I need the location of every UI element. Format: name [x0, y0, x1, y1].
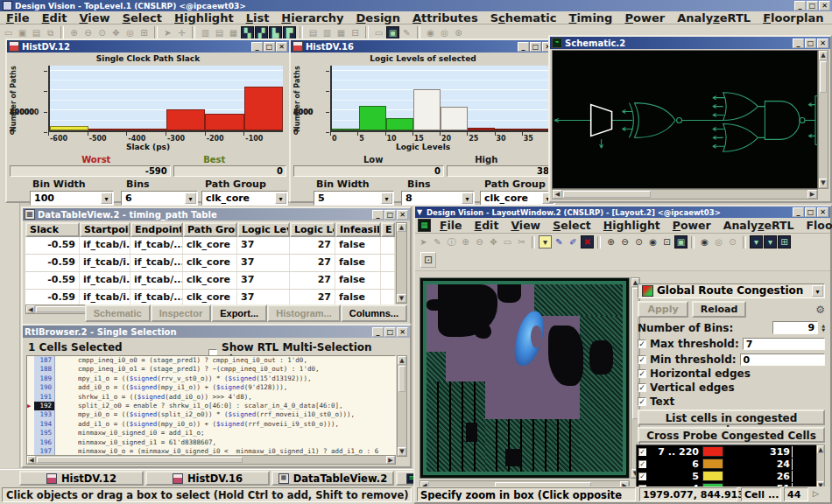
text-checkbox[interactable]: ✓: [638, 397, 646, 406]
column-header-endpoint-i[interactable]: Endpoint I: [130, 222, 183, 237]
rtl-horizontal-scrollbar[interactable]: ◀ ▶: [26, 455, 396, 465]
export--button[interactable]: Export...: [211, 304, 267, 322]
close-button[interactable]: ✕: [397, 327, 408, 337]
menu-power[interactable]: Power: [666, 219, 717, 232]
taskbar-tab-datatableview-2[interactable]: ▦DataTableView.2: [271, 471, 394, 486]
pan-icon[interactable]: ✥: [109, 26, 123, 39]
maximize-button[interactable]: □: [805, 38, 816, 48]
maximize-button[interactable]: □: [384, 327, 396, 337]
chevron-down-icon[interactable]: ▾: [101, 192, 112, 204]
menu-timing[interactable]: Timing: [563, 11, 619, 24]
main-titlebar[interactable]: Design Vision - TopLevel.1 (CNSLRP) <@ip…: [0, 0, 832, 11]
minimize-button[interactable]: _: [793, 207, 804, 217]
target-icon[interactable]: ◎: [123, 26, 137, 39]
histdv16-titlebar[interactable]: HistDV.16 _ □ ✕: [291, 40, 555, 52]
min-threshold-field[interactable]: 0: [740, 354, 825, 366]
minimize-button[interactable]: _: [793, 38, 804, 48]
zoom-out-icon[interactable]: ⊖: [81, 26, 95, 39]
code-line[interactable]: 194add_i1_o = (($signed(mpy_i0_o)) + ($s…: [27, 420, 395, 429]
color-swatch[interactable]: ▾: [539, 235, 552, 248]
zoom-full-icon[interactable]: ⊖: [618, 235, 631, 248]
select-icon[interactable]: ➤: [417, 235, 430, 248]
tab-windows-icon[interactable]: ▦: [227, 26, 240, 39]
new-table-window-icon[interactable]: ▛: [283, 26, 296, 39]
forward-icon[interactable]: ◎: [438, 26, 451, 39]
schematic2-titlebar[interactable]: ⌁ Schematic.2 _ □ ✕: [550, 37, 830, 49]
chevron-down-icon[interactable]: ▾: [381, 192, 392, 204]
list-icon[interactable]: ▥: [321, 26, 334, 39]
maximize-button[interactable]: □: [264, 42, 275, 52]
menu-analyzertl[interactable]: AnalyzeRTL: [717, 219, 800, 232]
menu-design[interactable]: Design: [350, 11, 406, 24]
best-value-field[interactable]: 0: [173, 165, 286, 177]
chevron-down-icon[interactable]: ▾: [185, 192, 196, 204]
worst-value-field[interactable]: -590: [10, 165, 171, 177]
probe-icon[interactable]: ◉: [698, 235, 711, 248]
minimize-button[interactable]: _: [518, 42, 529, 52]
legend-checkbox[interactable]: ✓: [638, 448, 646, 456]
console-icon[interactable]: ▭: [372, 26, 385, 39]
minimize-button[interactable]: _: [372, 327, 384, 337]
probe2-icon[interactable]: ◎: [712, 235, 725, 248]
apply-button[interactable]: Apply: [638, 301, 688, 318]
zoom-in-icon[interactable]: ⊕: [67, 26, 81, 39]
menu-highlight[interactable]: Highlight: [597, 219, 666, 232]
zoom-box-icon[interactable]: ⊡: [660, 235, 673, 248]
inspector-button[interactable]: Inspector: [151, 304, 212, 322]
minimize-button[interactable]: _: [794, 1, 806, 10]
print-icon[interactable]: ▤: [30, 26, 43, 39]
menu-power[interactable]: Power: [618, 11, 671, 24]
save-icon[interactable]: ▣: [16, 26, 29, 39]
legend-count[interactable]: 24: [727, 458, 793, 470]
column-header-logic-levi[interactable]: Logic Levi: [290, 222, 335, 237]
column-header-infeasible[interactable]: Infeasible: [335, 222, 381, 237]
bin-width-select[interactable]: 100▾: [30, 191, 114, 206]
close-button[interactable]: ✕: [397, 210, 408, 220]
chevron-down-icon[interactable]: ▾: [812, 285, 823, 297]
code-line[interactable]: 191shrkw_i1_o = (($signed(add_i0_o)) >>>…: [27, 393, 395, 402]
maximize-button[interactable]: □: [807, 1, 818, 10]
datatable-titlebar[interactable]: ▦ DataTableView.2 - timing_path Table _ …: [23, 208, 410, 220]
table-row[interactable]: -0.59if_tcab/i...if_tcab/...clk_core3727…: [25, 272, 395, 290]
gear-icon[interactable]: ⚙: [815, 304, 825, 316]
zoom-in-box-icon[interactable]: ⊡: [420, 252, 436, 268]
add-select-icon[interactable]: ✛: [175, 26, 188, 39]
table-row[interactable]: -0.59if_tcab/i...if_tcab/...clk_core3727…: [25, 255, 395, 272]
schematic-canvas[interactable]: [552, 50, 818, 189]
menu-view[interactable]: View: [74, 11, 116, 24]
layout-canvas[interactable]: [420, 277, 630, 479]
legend-checkbox[interactable]: ✓: [638, 472, 646, 480]
minimize-button[interactable]: _: [372, 210, 384, 220]
schematic-button[interactable]: Schematic: [85, 304, 151, 322]
menu-attributes[interactable]: Attributes: [406, 11, 484, 24]
pen-dark-icon[interactable]: ✐: [567, 235, 580, 248]
report-icon[interactable]: ▤: [307, 26, 320, 39]
map-mode-icon[interactable]: ▾: [750, 235, 763, 248]
zoom-fit-icon[interactable]: ⊙: [95, 26, 109, 39]
maximize-button[interactable]: □: [805, 207, 816, 217]
new-design-icon[interactable]: ▭: [2, 26, 15, 39]
menu-edit[interactable]: Edit: [36, 11, 74, 24]
map-mode-select[interactable]: Global Route Congestion ▾: [638, 284, 825, 298]
column-header-logic-levi[interactable]: Logic Levi: [237, 222, 290, 237]
code-line[interactable]: 195minmaxw_i0_signed_i0 = add_i1_o;: [27, 429, 395, 438]
layers-icon[interactable]: ⊞: [778, 235, 791, 248]
menu-list[interactable]: List: [240, 11, 276, 24]
code-line[interactable]: 196minmaxw_i0_signed_i1 = 61'd8388607,: [27, 438, 395, 447]
tile-windows-icon[interactable]: ▥: [199, 26, 212, 39]
legend-checkbox[interactable]: ✓: [638, 460, 646, 468]
select-tool-icon[interactable]: ➤: [161, 26, 174, 39]
zoom-sel-icon[interactable]: ⊕: [604, 235, 617, 248]
close-button[interactable]: ✕: [276, 42, 287, 52]
new-hist-window-icon[interactable]: ▚: [241, 26, 254, 39]
code-line[interactable]: 193mpy_i0_o = (($signed(split_i2_o0)) * …: [27, 410, 395, 419]
code-line[interactable]: 188cmpp_ineq_i0_o1 = (stage_pred1) ? ~(c…: [27, 365, 395, 374]
menu-file[interactable]: File: [0, 11, 36, 24]
layout-titlebar[interactable]: ▼ Design Vision - LayoutWindow.2 (CNSLRP…: [415, 206, 830, 218]
expand-icon[interactable]: ▷: [813, 489, 819, 498]
high-value-field[interactable]: 38: [447, 165, 553, 177]
new-schematic-window-icon[interactable]: ▞: [255, 26, 268, 39]
menu-view[interactable]: View: [504, 219, 546, 232]
spinner-arrows[interactable]: ▲▼: [821, 324, 825, 332]
list-cells-button[interactable]: List cells in congested region...: [638, 410, 825, 425]
